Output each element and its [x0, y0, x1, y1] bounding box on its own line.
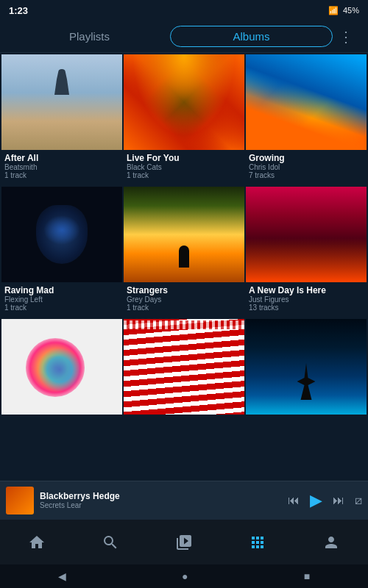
album-title-4: Strangers — [127, 285, 241, 295]
search-icon — [102, 534, 119, 551]
album-tracks-0: 1 track — [4, 171, 119, 179]
album-item-0[interactable]: After AllBeatsmith1 track — [1, 54, 122, 185]
album-cover-5 — [246, 187, 367, 282]
album-info-8 — [246, 415, 367, 423]
album-tracks-4: 1 track — [127, 304, 241, 312]
status-time: 1:23 — [9, 5, 28, 16]
album-artist-2: Chris Idol — [249, 163, 364, 171]
play-button[interactable]: ▶ — [310, 491, 322, 510]
wifi-icon: 📶 — [328, 6, 339, 15]
album-info-4: StrangersGrey Days1 track — [124, 282, 244, 318]
nav-home[interactable] — [28, 534, 46, 551]
album-cover-3 — [1, 187, 122, 282]
nav-search[interactable] — [102, 534, 119, 551]
album-tracks-2: 7 tracks — [249, 171, 364, 179]
album-artist-3: Flexing Left — [4, 295, 119, 304]
album-item-6[interactable] — [1, 319, 122, 423]
album-cover-7 — [124, 319, 244, 415]
status-icons: 📶 45% — [328, 6, 359, 15]
album-info-2: GrowingChris Idol7 tracks — [246, 150, 367, 185]
collection-icon — [249, 534, 266, 551]
nav-collection[interactable] — [249, 534, 266, 551]
album-info-3: Raving MadFlexing Left1 track — [1, 282, 122, 318]
prev-button[interactable]: ⏮ — [288, 494, 300, 507]
album-cover-0 — [1, 54, 122, 150]
queue-button[interactable]: ⧄ — [355, 494, 362, 507]
album-info-6 — [1, 415, 122, 423]
tab-albums[interactable]: Albums — [170, 26, 333, 47]
nav-library[interactable] — [175, 534, 193, 551]
album-title-3: Raving Mad — [4, 285, 119, 295]
library-icon — [175, 534, 193, 551]
album-item-2[interactable]: GrowingChris Idol7 tracks — [246, 54, 367, 185]
home-button[interactable]: ● — [182, 570, 188, 582]
now-playing-cover — [6, 487, 34, 514]
album-item-5[interactable]: A New Day Is HereJust Figures13 tracks — [246, 187, 367, 318]
tab-bar: Playlists Albums ⋮ — [0, 21, 368, 53]
album-grid: After AllBeatsmith1 trackLive For YouBla… — [0, 53, 368, 425]
album-title-1: Live For You — [127, 153, 241, 163]
tab-playlists[interactable]: Playlists — [9, 26, 170, 47]
album-cover-1 — [124, 54, 244, 150]
profile-icon — [322, 534, 340, 551]
album-title-5: A New Day Is Here — [249, 285, 364, 295]
album-item-8[interactable] — [246, 319, 367, 423]
album-item-4[interactable]: StrangersGrey Days1 track — [124, 187, 244, 318]
next-button[interactable]: ⏭ — [333, 494, 344, 507]
album-info-0: After AllBeatsmith1 track — [1, 150, 122, 185]
nav-profile[interactable] — [322, 534, 340, 551]
back-button[interactable]: ◀ — [58, 570, 66, 582]
album-artist-1: Black Cats — [127, 163, 241, 171]
album-info-7 — [124, 415, 244, 423]
album-artist-4: Grey Days — [127, 295, 241, 304]
album-cover-4 — [124, 187, 244, 282]
album-item-7[interactable] — [124, 319, 244, 423]
home-icon — [28, 534, 46, 551]
album-title-2: Growing — [249, 153, 364, 163]
album-title-0: After All — [4, 153, 119, 163]
album-tracks-1: 1 track — [127, 171, 241, 179]
album-artist-0: Beatsmith — [4, 163, 119, 171]
album-item-1[interactable]: Live For YouBlack Cats1 track — [124, 54, 244, 185]
now-playing-info: Blackberrys Hedge Secrets Lear — [40, 491, 288, 509]
album-info-1: Live For YouBlack Cats1 track — [124, 150, 244, 185]
album-info-5: A New Day Is HereJust Figures13 tracks — [246, 282, 367, 318]
album-cover-8 — [246, 319, 367, 415]
now-playing-title: Blackberrys Hedge — [40, 491, 288, 501]
more-options-button[interactable]: ⋮ — [333, 28, 359, 46]
status-bar: 1:23 📶 45% — [0, 0, 368, 21]
now-playing-artist: Secrets Lear — [40, 501, 288, 509]
now-playing-bar[interactable]: Blackberrys Hedge Secrets Lear ⏮ ▶ ⏭ ⧄ — [0, 481, 368, 519]
album-cover-2 — [246, 54, 367, 150]
recents-button[interactable]: ■ — [304, 570, 310, 582]
album-tracks-5: 13 tracks — [249, 304, 364, 312]
playback-controls: ⏮ ▶ ⏭ ⧄ — [288, 491, 362, 510]
battery-indicator: 45% — [343, 6, 359, 15]
album-tracks-3: 1 track — [4, 304, 119, 312]
album-cover-6 — [1, 319, 122, 415]
system-nav: ◀ ● ■ — [0, 564, 368, 588]
bottom-nav — [0, 519, 368, 564]
album-artist-5: Just Figures — [249, 295, 364, 304]
album-item-3[interactable]: Raving MadFlexing Left1 track — [1, 187, 122, 318]
